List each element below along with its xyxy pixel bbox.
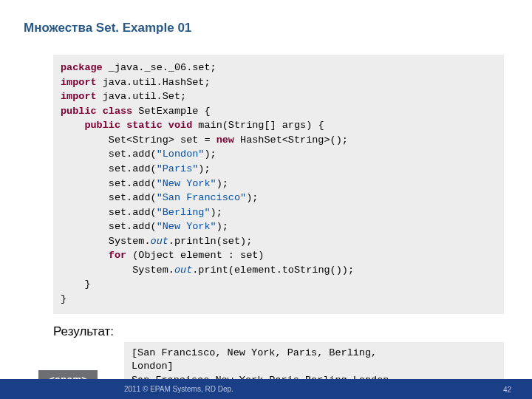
code-block: package _java._se._06.set; import java.u… [53, 55, 504, 314]
copyright-text: 2011 © EPAM Systems, RD Dep. [124, 385, 233, 393]
page-number: 42 [503, 386, 511, 394]
result-label: Результат: [53, 324, 532, 339]
slide-title: Множества Set. Example 01 [0, 0, 532, 35]
footer-bar: 2011 © EPAM Systems, RD Dep. 42 [0, 379, 532, 399]
